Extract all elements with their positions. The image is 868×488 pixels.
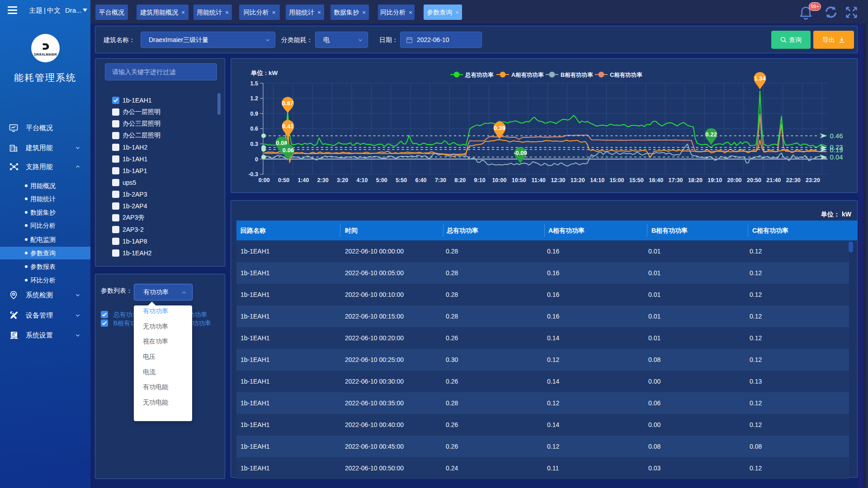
svg-text:18:20: 18:20 (688, 177, 703, 183)
svg-text:5:00: 5:00 (376, 177, 387, 183)
svg-text:1.2: 1.2 (250, 95, 258, 102)
svg-text:0.87: 0.87 (282, 100, 293, 107)
svg-text:15:50: 15:50 (629, 177, 644, 183)
svg-text:6:40: 6:40 (415, 177, 426, 183)
svg-text:0.9: 0.9 (250, 111, 258, 117)
svg-text:13:20: 13:20 (571, 177, 585, 183)
svg-text:0.3: 0.3 (250, 141, 258, 147)
svg-text:8:20: 8:20 (454, 177, 466, 183)
svg-text:22:30: 22:30 (786, 177, 801, 183)
svg-text:17:30: 17:30 (669, 177, 683, 183)
svg-text:0.46: 0.46 (830, 132, 843, 140)
svg-text:1.34: 1.34 (754, 75, 766, 82)
svg-text:4:10: 4:10 (356, 177, 368, 183)
svg-text:0.04: 0.04 (830, 153, 843, 161)
svg-text:10:00: 10:00 (492, 177, 506, 183)
svg-text:-0.3: -0.3 (248, 171, 258, 178)
svg-text:3:20: 3:20 (337, 177, 348, 183)
svg-text:15:00: 15:00 (610, 177, 624, 183)
svg-text:B相有功功率: B相有功功率 (561, 72, 593, 78)
svg-text:0.22: 0.22 (705, 131, 717, 138)
svg-text:1.5: 1.5 (250, 80, 258, 87)
svg-text:1:40: 1:40 (297, 177, 309, 183)
svg-text:-0.09: -0.09 (514, 150, 527, 156)
svg-text:23:20: 23:20 (806, 177, 820, 183)
svg-text:14:10: 14:10 (590, 177, 604, 183)
svg-text:20:00: 20:00 (727, 177, 742, 183)
svg-text:0:50: 0:50 (278, 177, 289, 183)
svg-text:19:10: 19:10 (708, 177, 722, 183)
svg-text:总有功功率: 总有功功率 (465, 72, 494, 78)
svg-text:9:10: 9:10 (474, 177, 486, 183)
svg-text:0.19: 0.19 (830, 146, 843, 154)
svg-text:10:50: 10:50 (512, 177, 526, 183)
svg-text:0.39: 0.39 (494, 125, 505, 131)
svg-text:C相有功功率: C相有功功率 (610, 72, 642, 78)
svg-text:16:40: 16:40 (649, 177, 663, 183)
svg-text:20:50: 20:50 (747, 177, 761, 183)
svg-text:0:00: 0:00 (259, 177, 270, 183)
svg-text:0.6: 0.6 (250, 126, 258, 132)
svg-text:21:40: 21:40 (766, 177, 781, 183)
svg-text:A相有功功率: A相有功功率 (511, 72, 544, 78)
svg-text:5:50: 5:50 (396, 177, 407, 183)
svg-text:0.06: 0.06 (283, 147, 294, 154)
svg-text:7:30: 7:30 (435, 177, 446, 183)
svg-text:单位 : kW: 单位 : kW (250, 70, 278, 76)
svg-text:12:30: 12:30 (551, 177, 566, 183)
svg-text:11:40: 11:40 (531, 177, 545, 183)
svg-text:0: 0 (255, 156, 258, 163)
svg-text:2:30: 2:30 (317, 177, 329, 183)
svg-text:0.41: 0.41 (282, 123, 293, 130)
